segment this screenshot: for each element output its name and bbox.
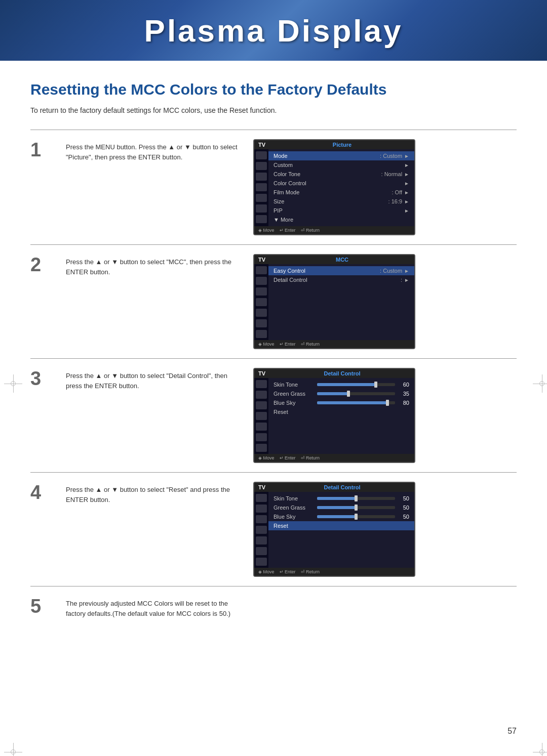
- tv-menu-item-value: : Custom: [380, 153, 402, 159]
- sidebar-icon: [256, 423, 267, 431]
- slider-bar: [317, 392, 395, 395]
- slider-bar: [317, 383, 395, 386]
- tv-menu-item-arrow: ►: [404, 190, 409, 195]
- slider-thumb: [347, 391, 350, 397]
- header: Plasma Display: [0, 0, 547, 61]
- tv-nav-item: ↵ Enter: [280, 342, 296, 347]
- step-image-2: TVMCCEasy Control: Custom►Detail Control…: [253, 254, 415, 349]
- sidebar-icon: [256, 277, 267, 285]
- step-text-3: Press the ▲ or ▼ button to select "Detai…: [66, 368, 238, 391]
- slider-row: Green Grass50: [268, 503, 414, 512]
- slider-fill: [317, 392, 348, 395]
- tv-label: TV: [258, 142, 271, 148]
- sidebar-icon: [256, 526, 267, 534]
- sidebar-icon: [256, 173, 267, 181]
- sidebar-icon: [256, 412, 267, 420]
- tv-nav-bar: ◈ Move↵ Enter⏎ Return: [254, 454, 414, 462]
- sidebar-icon: [256, 547, 267, 555]
- sidebar-icon: [256, 215, 267, 223]
- sidebar-icon: [256, 162, 267, 170]
- tv-nav-item: ◈ Move: [258, 569, 275, 574]
- reset-item: Reset: [268, 521, 414, 530]
- tv-menu-item-arrow: ►: [404, 181, 409, 186]
- step-text-2: Press the ▲ or ▼ button to select "MCC",…: [66, 254, 238, 277]
- tv-nav-item: ↵ Enter: [280, 569, 296, 574]
- tv-menu-item: PIP►: [268, 206, 414, 215]
- slider-label: Blue Sky: [274, 514, 314, 520]
- step-row-1: 1Press the MENU button. Press the ▲ or ▼…: [30, 130, 517, 244]
- reset-label: Reset: [274, 409, 288, 415]
- sidebar-icon: [256, 151, 267, 159]
- tv-menu-item-label: PIP: [274, 207, 402, 214]
- tv-nav-item: ↵ Enter: [280, 455, 296, 460]
- tv-menu-title: Picture: [274, 142, 410, 148]
- tv-nav-item: ⏎ Return: [301, 342, 320, 347]
- tv-menu-item-label: Easy Control: [274, 268, 380, 274]
- slider-thumb: [374, 382, 377, 388]
- step-image-4: TVDetail ControlSkin Tone50Green Grass50…: [253, 482, 415, 577]
- slider-bar: [317, 401, 395, 404]
- sidebar-icon: [256, 204, 267, 213]
- slider-label: Green Grass: [274, 391, 314, 397]
- slider-thumb: [355, 514, 358, 520]
- slider-label: Skin Tone: [274, 382, 314, 388]
- slider-label: Blue Sky: [274, 400, 314, 406]
- main-content: Resetting the MCC Colors to the Factory …: [0, 61, 547, 648]
- step-number-3: 3: [30, 368, 51, 388]
- step-image-1: TVPictureMode: Custom►Custom►Color Tone:…: [253, 139, 415, 235]
- tv-menu-item-value: :: [401, 277, 402, 283]
- tv-menu-item-label: Color Control: [274, 180, 402, 186]
- tv-menu-item-value: : Off: [392, 189, 403, 195]
- slider-fill: [317, 515, 356, 518]
- sidebar-icon: [256, 401, 267, 409]
- slider-bar: [317, 515, 395, 518]
- tv-nav-item: ⏎ Return: [301, 569, 320, 574]
- slider-fill: [317, 497, 356, 500]
- step-text-4: Press the ▲ or ▼ button to select "Reset…: [66, 482, 238, 505]
- step-row-3: 3Press the ▲ or ▼ button to select "Deta…: [30, 358, 517, 472]
- tv-menu-item: Color Tone: Normal►: [268, 170, 414, 179]
- tv-nav-item: ⏎ Return: [301, 455, 320, 460]
- tv-nav-item: ↵ Enter: [280, 228, 296, 233]
- slider-fill: [317, 383, 376, 386]
- tv-menu-item-label: Size: [274, 198, 388, 204]
- slider-value: 50: [398, 495, 409, 501]
- tv-menu-item-arrow: ►: [404, 268, 409, 274]
- tv-menu-item-value: : Custom: [380, 268, 402, 274]
- tv-label: TV: [258, 257, 271, 263]
- sidebar-icon: [256, 298, 267, 306]
- sidebar-icon: [256, 558, 267, 566]
- slider-thumb: [386, 400, 389, 406]
- slider-row: Green Grass35: [268, 389, 414, 398]
- tv-menu-item: ▼ More: [268, 215, 414, 224]
- tv-menu-item-arrow: ►: [404, 208, 409, 214]
- tv-menu-item: Film Mode: Off►: [268, 188, 414, 197]
- tv-menu-item-label: Film Mode: [274, 189, 392, 195]
- tv-menu-item: Color Control►: [268, 179, 414, 188]
- sidebar-icon: [256, 330, 267, 338]
- tv-nav-bar: ◈ Move↵ Enter⏎ Return: [254, 340, 414, 348]
- header-title: Plasma Display: [144, 13, 403, 49]
- tv-menu-item-label: Detail Control: [274, 277, 401, 283]
- tv-nav-item: ◈ Move: [258, 455, 275, 460]
- step-text-5: The previously adjusted MCC Colors will …: [66, 596, 238, 618]
- tv-menu-item: Size: 16:9►: [268, 197, 414, 206]
- tv-menu-item: Easy Control: Custom►: [268, 266, 414, 275]
- tv-menu-item: Detail Control:►: [268, 275, 414, 284]
- tv-menu-item-label: ▼ More: [274, 217, 407, 223]
- step-number-2: 2: [30, 254, 51, 274]
- tv-menu-title: Detail Control: [274, 484, 410, 490]
- step-number-1: 1: [30, 139, 51, 159]
- sidebar-icon: [256, 433, 267, 441]
- tv-menu-item: Mode: Custom►: [268, 151, 414, 160]
- tv-menu-item-label: Custom: [274, 162, 402, 168]
- slider-fill: [317, 506, 356, 509]
- tv-menu-item-arrow: ►: [404, 199, 409, 204]
- sidebar-icon: [256, 319, 267, 327]
- step-number-5: 5: [30, 596, 51, 616]
- tv-nav-bar: ◈ Move↵ Enter⏎ Return: [254, 226, 414, 234]
- tv-label: TV: [258, 370, 271, 376]
- sidebar-icon: [256, 505, 267, 513]
- sidebar-icon: [256, 536, 267, 544]
- tv-nav-item: ◈ Move: [258, 228, 275, 233]
